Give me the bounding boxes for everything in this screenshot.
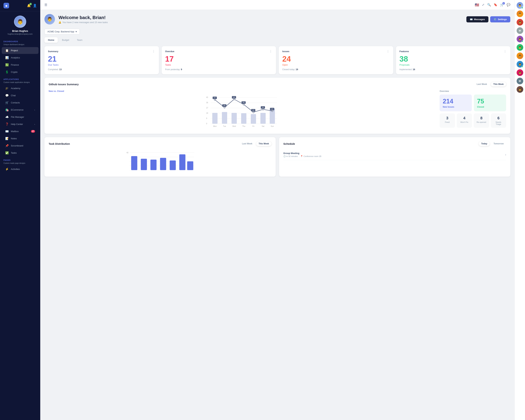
issues-menu[interactable]: ⋮ <box>387 50 390 53</box>
sidebar-item-tasks[interactable]: ✅ Tasks <box>2 149 38 156</box>
schedule-location: 📍 Conference room 1B <box>300 155 321 158</box>
rp-avatar-2[interactable]: 👨 <box>517 10 523 17</box>
sidebar-item-ecommerce[interactable]: 🛍️ ECommerce › <box>2 106 38 113</box>
user-email: hughes.brian@company.com <box>8 33 33 35</box>
messages-icon[interactable]: 💬 <box>507 3 510 7</box>
stat-card-features: Features ⋮ 38 Proposals Implemented: 16 <box>396 46 510 74</box>
sidebar-item-analytics[interactable]: 📊 Analytics <box>2 54 38 61</box>
sidebar-item-academy[interactable]: 🎓 Academy <box>2 85 38 92</box>
sidebar-item-helpcenter[interactable]: ❓ Help Center › <box>2 121 38 128</box>
sidebar-item-activities[interactable]: ⚡ Activities <box>2 166 38 173</box>
svg-rect-14 <box>232 113 237 124</box>
task-dist-week-toggle: Last Week This Week <box>240 141 272 146</box>
sidebar-item-scrumboard[interactable]: 📌 Scrumboard <box>2 142 38 149</box>
rp-avatar-9[interactable]: 👩 <box>517 69 523 76</box>
rp-avatar-1[interactable]: 👨 <box>517 2 523 9</box>
github-inner: New vs. Closed 45 36 27 18 9 0 <box>49 90 506 130</box>
sidebar-item-label: Tasks <box>11 151 17 154</box>
mailbox-badge: 27 <box>31 130 35 133</box>
app-logo[interactable]: ◆ <box>3 3 9 8</box>
overdue-menu[interactable]: ⋮ <box>269 50 272 53</box>
rp-avatar-5[interactable]: 👩 <box>517 36 523 42</box>
sidebar-item-crypto[interactable]: 💲 Crypto <box>2 69 38 75</box>
hamburger-menu[interactable]: ☰ <box>45 3 47 7</box>
bell-icon: 🔔 <box>58 21 61 24</box>
summary-menu[interactable]: ⋮ <box>152 50 155 53</box>
project-selector[interactable]: ACME Corp. Backend App ▾ <box>45 29 80 35</box>
sidebar: ◆ 🔔 3 👤 👨 Brian Hughes hughes.brian@comp… <box>0 0 40 420</box>
fullscreen-icon[interactable]: ⤢ <box>482 3 484 7</box>
schedule-today-button[interactable]: Today <box>479 141 490 146</box>
page-tabs: Home Budget Team <box>45 37 510 43</box>
rp-avatar-3[interactable]: 👩 <box>517 19 523 26</box>
mini-card-fixed: 3 Fixed <box>440 113 455 128</box>
schedule-title: Schedule <box>283 142 295 145</box>
this-week-button[interactable]: This Week <box>491 82 506 86</box>
task-dist-last-week[interactable]: Last Week <box>240 141 255 146</box>
task-dist-this-week[interactable]: This Week <box>256 141 272 146</box>
schedule-meta: 🕐 in 32 minutes 📍 Conference room 1B <box>283 155 321 158</box>
mini-card-triage: 6 Needs Triage <box>491 113 506 128</box>
tab-team[interactable]: Team <box>73 37 86 43</box>
tasks-icon: ✅ <box>5 151 9 155</box>
sidebar-item-finance[interactable]: 💹 Finance <box>2 61 38 68</box>
sidebar-item-project[interactable]: 📋 Project <box>2 47 38 54</box>
sidebar-item-label: Academy <box>11 87 20 90</box>
sidebar-item-label: Scrumboard <box>11 144 23 147</box>
schedule-tomorrow-button[interactable]: Tomorrow <box>491 141 506 146</box>
rp-avatar-6[interactable]: 👨 <box>517 44 523 51</box>
sidebar-item-filemanager[interactable]: ☁️ File Manager <box>2 113 38 120</box>
schedule-card: Schedule Today Tomorrow Group Meeting 🕐 … <box>279 137 510 177</box>
sidebar-item-notes[interactable]: 📝 Notes <box>2 135 38 142</box>
bookmark-icon[interactable]: 🔖 <box>494 3 497 7</box>
github-title: Github Issues Summary <box>49 83 79 86</box>
rp-avatar-7[interactable]: 👩 <box>517 53 523 59</box>
settings-button[interactable]: ⚙️ Settings <box>490 16 510 22</box>
svg-text:45: 45 <box>206 96 208 98</box>
summary-footer: Completed: 13 <box>48 68 155 71</box>
svg-text:36: 36 <box>206 102 208 104</box>
overdue-label: Tasks <box>165 64 273 66</box>
issues-label: Open <box>282 64 390 66</box>
svg-text:34: 34 <box>243 102 244 103</box>
language-flag[interactable]: 🇺🇸 <box>475 3 479 7</box>
rp-avatar-4[interactable]: M <box>517 27 523 34</box>
search-icon[interactable]: 🔍 <box>487 3 491 7</box>
sidebar-item-label: Crypto <box>11 71 18 73</box>
schedule-chevron-icon[interactable]: › <box>505 153 506 156</box>
svg-rect-59 <box>187 161 193 170</box>
svg-text:9: 9 <box>206 117 207 119</box>
rp-avatar-8[interactable]: 👩 <box>517 61 523 67</box>
sidebar-item-label: Contacts <box>11 101 20 104</box>
sidebar-header: ◆ 🔔 3 👤 <box>0 0 40 11</box>
cart-icon[interactable]: 🛒 5 <box>500 3 504 7</box>
project-selector-label: ACME Corp. Backend App <box>47 30 74 33</box>
tab-home[interactable]: Home <box>45 37 58 43</box>
welcome-title: Welcome back, Brian! <box>58 15 108 20</box>
sidebar-item-mailbox[interactable]: ✉️ Mailbox 27 <box>2 128 38 135</box>
user-circle-icon[interactable]: 👤 <box>33 4 37 8</box>
features-label: Proposals <box>400 64 507 66</box>
last-week-button[interactable]: Last Week <box>474 82 489 86</box>
page-content: 👨 Welcome back, Brian! 🔔 You have 2 new … <box>40 10 515 420</box>
new-issues-number: 214 <box>443 98 469 105</box>
svg-rect-56 <box>160 158 166 170</box>
overview-bottom: 3 Fixed 4 Won't Fix 8 Re-opened 6 <box>440 113 506 128</box>
sidebar-item-chat[interactable]: 💬 Chat <box>2 92 38 99</box>
triage-number: 6 <box>493 116 504 120</box>
issues-title: Issues <box>282 50 289 53</box>
notification-bell[interactable]: 🔔 3 <box>27 4 31 8</box>
stat-card-overdue: Overdue ⋮ 17 Tasks From yesterday: 9 <box>162 46 276 74</box>
sidebar-item-contacts[interactable]: 🛒 Contacts <box>2 99 38 106</box>
rp-avatar-11[interactable]: 👨 <box>517 86 523 93</box>
svg-text:Wed: Wed <box>232 125 236 127</box>
welcome-subtitle: 🔔 You have 2 new messages and 15 new tas… <box>58 21 108 24</box>
svg-point-24 <box>262 109 264 110</box>
features-menu[interactable]: ⋮ <box>504 50 507 53</box>
rp-avatar-10[interactable]: M <box>517 78 523 84</box>
tab-budget[interactable]: Budget <box>58 37 73 43</box>
svg-point-22 <box>243 104 244 105</box>
issues-footer: Closed today: 19 <box>282 68 390 71</box>
messages-button[interactable]: ✉️ Messages <box>466 16 488 22</box>
svg-text:Tue: Tue <box>223 125 226 127</box>
